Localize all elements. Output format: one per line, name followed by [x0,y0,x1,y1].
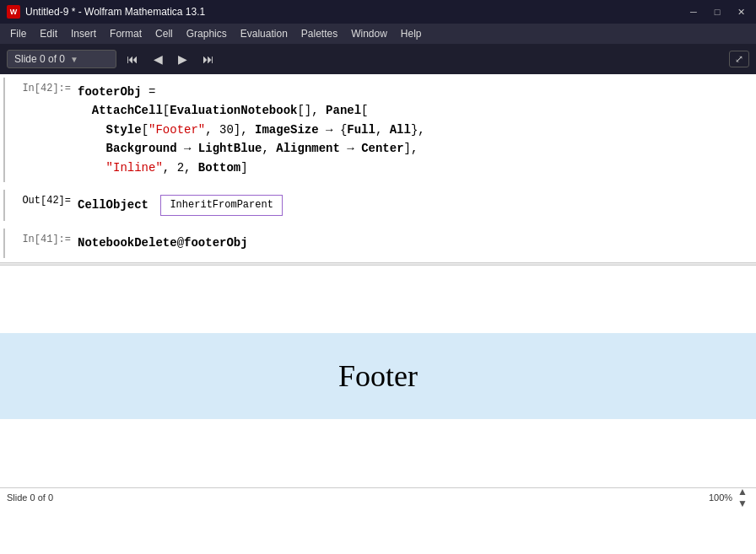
expand-button[interactable]: ⤢ [729,51,749,67]
footer-panel: Footer [0,333,756,419]
window-controls: ─ □ ✕ [685,3,749,20]
toolbar: Slide 0 of 0 ▼ ⏮ ◀ ▶ ⏭ ⤢ [0,44,756,74]
cell-body-in41[interactable]: NotebookDelete@footerObj [74,225,756,261]
menu-edit[interactable]: Edit [33,26,64,41]
titlebar: W Untitled-9 * - Wolfram Mathematica 13.… [0,0,756,24]
cell-label-out42: Out[42]= [7,186,74,224]
notebook-content[interactable]: In[42]:= footerObj = AttachCell[Evaluati… [0,74,756,487]
nav-first-button[interactable]: ⏮ [122,49,143,69]
menu-help[interactable]: Help [394,26,429,41]
zoom-level: 100% [709,492,732,503]
cell-in41: In[41]:= NotebookDelete@footerObj [0,225,756,261]
cell-out42: Out[42]= CellObject InheritFromParent [0,186,756,225]
status-slide-label: Slide 0 of 0 [7,492,709,503]
cell-in42: In[42]:= footerObj = AttachCell[Evaluati… [0,74,756,186]
zoom-down-button[interactable]: ▼ [736,498,749,509]
slide-selector[interactable]: Slide 0 of 0 ▼ [7,50,116,68]
toolbar-right: ⤢ [729,51,749,67]
cell-label-in41: In[41]:= [7,225,74,261]
menu-insert[interactable]: Insert [64,26,103,41]
zoom-up-button[interactable]: ▲ [736,486,749,498]
cell-object-box[interactable]: InheritFromParent [160,195,282,216]
cell-bracket-out42[interactable] [0,186,7,224]
cell-body-out42: CellObject InheritFromParent [74,186,756,224]
menu-file[interactable]: File [3,26,33,41]
menu-cell[interactable]: Cell [148,26,180,41]
menu-format[interactable]: Format [103,26,148,41]
maximize-button[interactable]: □ [709,3,726,20]
menu-evaluation[interactable]: Evaluation [234,26,294,41]
cell-bracket-in41[interactable] [0,225,7,261]
footer-text: Footer [338,359,418,393]
app-icon: W [7,5,20,19]
menubar: File Edit Insert Format Cell Graphics Ev… [0,24,756,44]
dropdown-arrow-icon: ▼ [70,55,78,64]
notebook: In[42]:= footerObj = AttachCell[Evaluati… [0,74,756,487]
menu-palettes[interactable]: Palettes [294,26,344,41]
cell-label-in42: In[42]:= [7,74,74,186]
cell-bracket-in42[interactable] [0,74,7,186]
window-title: Untitled-9 * - Wolfram Mathematica 13.1 [25,6,685,18]
close-button[interactable]: ✕ [732,3,749,20]
nav-prev-button[interactable]: ◀ [148,49,168,69]
slide-label: Slide 0 of 0 [14,53,65,65]
nav-last-button[interactable]: ⏭ [197,49,219,69]
cell-body-in42[interactable]: footerObj = AttachCell[EvaluationNoteboo… [74,74,756,186]
minimize-button[interactable]: ─ [685,3,702,20]
statusbar: Slide 0 of 0 100% ▲ ▼ [0,487,756,506]
status-right: 100% ▲ ▼ [709,486,749,509]
menu-graphics[interactable]: Graphics [180,26,234,41]
nav-next-button[interactable]: ▶ [173,49,192,69]
empty-space [0,266,756,333]
menu-window[interactable]: Window [344,26,394,41]
